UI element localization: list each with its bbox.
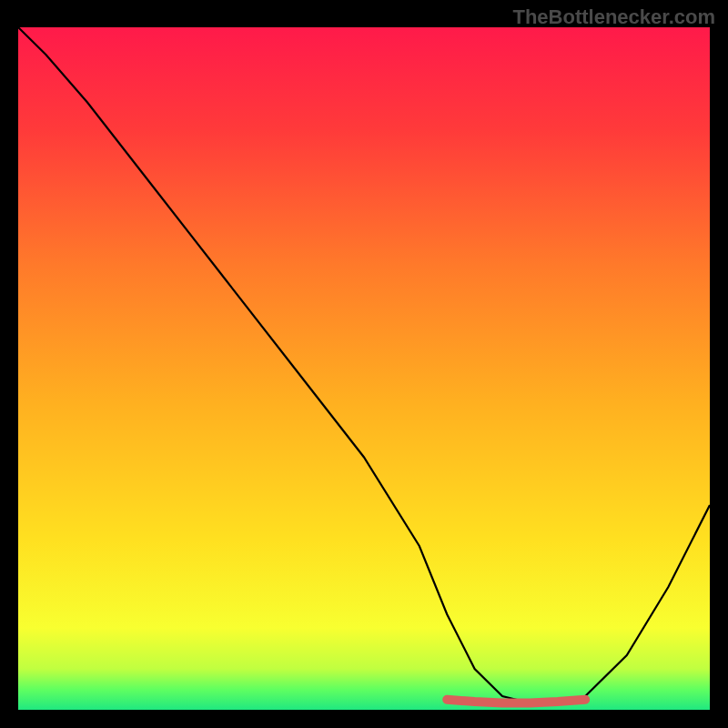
plot-area — [18, 27, 710, 710]
watermark-text: TheBottlenecker.com — [512, 5, 715, 29]
bottleneck-curve — [18, 27, 710, 703]
highlighted-min-segment — [447, 700, 585, 703]
curve-layer — [18, 27, 710, 710]
